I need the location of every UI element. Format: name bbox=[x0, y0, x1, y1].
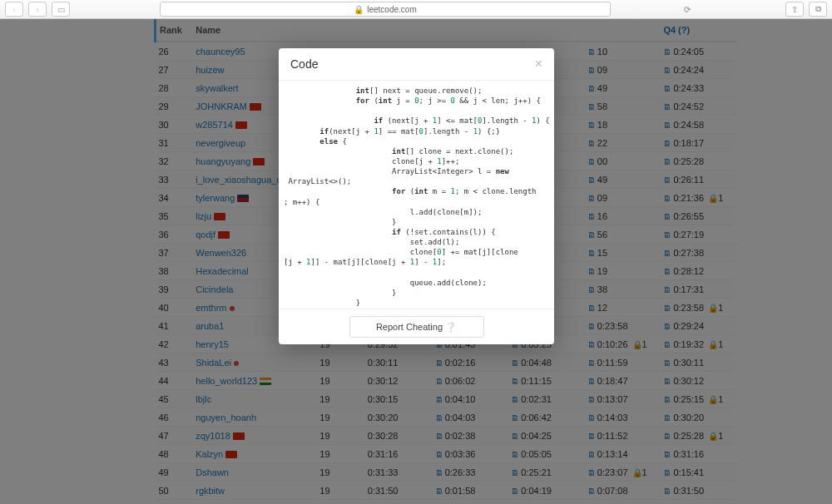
modal-title: Code bbox=[290, 57, 318, 71]
code-modal: Code × int[] next = queue.remove(); for … bbox=[279, 48, 554, 344]
forward-button[interactable]: › bbox=[28, 2, 47, 17]
reload-button[interactable]: ⟳ bbox=[679, 2, 696, 16]
tabs-button[interactable]: ⧉ bbox=[809, 2, 827, 17]
modal-body: int[] next = queue.remove(); for (int j … bbox=[279, 81, 554, 309]
lock-icon: 🔒 bbox=[354, 5, 364, 14]
close-icon[interactable]: × bbox=[535, 57, 542, 72]
address-bar[interactable]: 🔒 leetcode.com bbox=[160, 2, 611, 17]
help-icon: ❔ bbox=[445, 322, 457, 332]
sidebar-button[interactable]: ▭ bbox=[52, 2, 70, 17]
report-label: Report Cheating bbox=[376, 322, 443, 332]
back-button[interactable]: ‹ bbox=[5, 2, 23, 17]
share-button[interactable]: ⇪ bbox=[785, 2, 804, 17]
browser-toolbar: ‹ › ▭ 🔒 leetcode.com ⟳ ⇪ ⧉ bbox=[0, 0, 832, 19]
url-text: leetcode.com bbox=[367, 5, 416, 14]
code-block[interactable]: int[] next = queue.remove(); for (int j … bbox=[284, 86, 549, 309]
report-cheating-button[interactable]: Report Cheating ❔ bbox=[349, 316, 484, 338]
